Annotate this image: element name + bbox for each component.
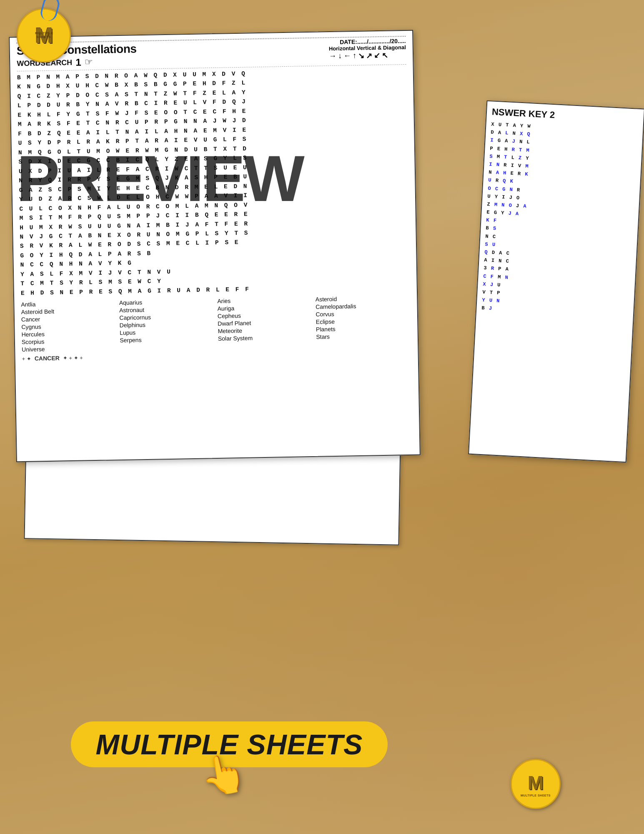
date-area: DATE:....../............./20..... Horizo…: [328, 38, 406, 61]
word-item: Auriga: [217, 304, 312, 312]
word-item: Capricornus: [119, 313, 214, 321]
word-item: Meteorite: [218, 326, 313, 334]
paper-header: Stars & Constellations WORDSEARCH 1 ☞ DA…: [16, 38, 406, 71]
logo-br-letter: M: [521, 771, 551, 794]
answer-grid: X U T A Y WD A L N X QI G A J N LP E H R…: [481, 121, 638, 320]
main-wordsearch-paper: Stars & Constellations WORDSEARCH 1 ☞ DA…: [9, 30, 421, 462]
word-item: Asteroid: [316, 294, 411, 303]
answer-key-paper: NSWER KEY 2 X U T A Y WD A L N X QI G A …: [468, 100, 644, 463]
wordsearch-number: 1: [75, 57, 81, 68]
direction-arrows: → ↓ ← ↑ ↘ ↗ ↙ ↖: [329, 50, 406, 61]
word-item: Dwarf Planet: [218, 319, 313, 327]
word-item: Serpens: [120, 335, 215, 344]
word-item: Corvus: [316, 309, 411, 318]
word-item: Asteroid Belt: [21, 307, 116, 315]
word-item: Aries: [217, 296, 312, 304]
word-item: Camelopardalis: [316, 302, 411, 310]
word-item: Antlia: [21, 299, 116, 308]
cancer-label: CANCER: [35, 355, 60, 362]
hand-pointer-icon: 👆: [197, 749, 251, 800]
word-item: Hercules: [21, 329, 116, 338]
stars-icon: + ✦: [22, 355, 31, 362]
word-item: Astronaut: [119, 305, 214, 314]
word-item: Planets: [316, 324, 411, 333]
logo-bottom-right: M MULTIPLE SHEETS: [511, 759, 561, 809]
word-item: Scorpius: [22, 337, 117, 345]
logo-subtext: MULTIPLE SHEETS: [35, 31, 52, 39]
word-item: Stars: [316, 332, 411, 340]
word-item: Delphinus: [120, 320, 215, 329]
finger-icon: ☞: [84, 57, 93, 68]
word-item: Aquarius: [119, 298, 214, 306]
stars-icon-2: ✦ + ✦ +: [63, 354, 83, 361]
word-item: Cepheus: [218, 311, 313, 319]
word-grid: B M P N M A P S D N R O A W Q D X U U M …: [17, 66, 410, 298]
word-item: Lupus: [120, 328, 215, 336]
word-item: Cygnus: [21, 322, 116, 330]
logo-br-subtext: MULTIPLE SHEETS: [521, 794, 551, 797]
word-item: Solar System: [218, 334, 313, 342]
word-item: Eclipse: [316, 317, 411, 325]
word-item: Universe: [22, 344, 117, 353]
word-list: AntliaAquariusAriesAsteroidAsteroid Belt…: [21, 294, 411, 353]
word-item: Cancer: [21, 314, 116, 323]
